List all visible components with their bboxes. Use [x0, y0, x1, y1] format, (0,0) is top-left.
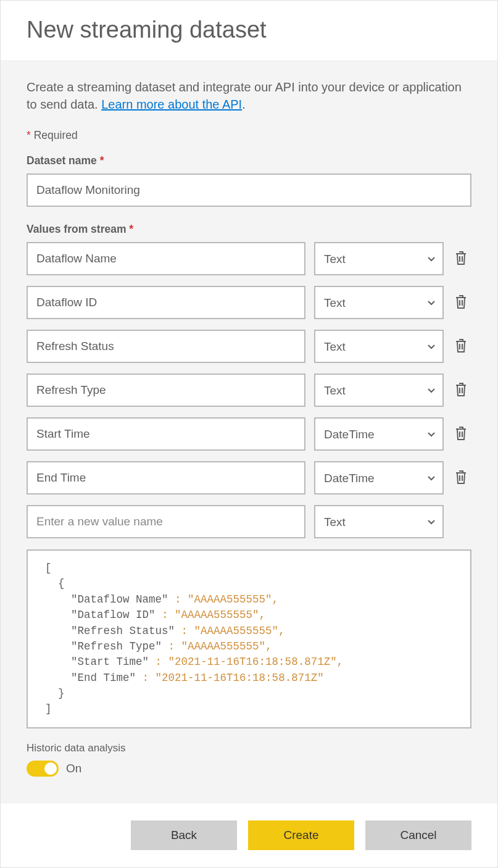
value-name-input[interactable]: [27, 330, 305, 363]
asterisk-icon: *: [100, 154, 104, 167]
value-row: Text: [27, 330, 471, 363]
value-row: DateTime: [27, 417, 471, 451]
dialog-footer: Back Create Cancel: [1, 803, 497, 867]
trash-icon: [454, 382, 468, 398]
back-button[interactable]: Back: [131, 820, 237, 850]
asterisk-icon: *: [27, 129, 31, 141]
required-label: Required: [34, 129, 78, 141]
value-type-select[interactable]: Text: [314, 330, 444, 363]
create-button[interactable]: Create: [248, 820, 354, 850]
value-type-select[interactable]: DateTime: [314, 461, 444, 495]
trash-icon: [454, 469, 468, 485]
delete-value-button[interactable]: [452, 468, 470, 486]
historic-toggle-state: On: [66, 762, 81, 775]
historic-data-section: Historic data analysis On: [27, 742, 471, 777]
json-preview: [ { "Dataflow Name" : "AAAAA555555", "Da…: [27, 549, 471, 728]
value-row: Text: [27, 373, 471, 407]
value-name-input[interactable]: [27, 461, 305, 495]
required-note: * Required: [27, 129, 471, 142]
delete-value-button[interactable]: [452, 293, 470, 311]
trash-icon: [454, 294, 468, 310]
delete-value-button[interactable]: [452, 336, 470, 355]
new-value-name-input[interactable]: [27, 505, 305, 538]
value-row: Text: [27, 286, 471, 319]
historic-data-label: Historic data analysis: [27, 742, 471, 754]
page-title: New streaming dataset: [27, 17, 471, 43]
value-name-input[interactable]: [27, 286, 305, 319]
value-row: Text: [27, 505, 471, 538]
delete-value-button[interactable]: [452, 380, 470, 399]
dataset-name-field: Dataset name *: [27, 154, 471, 207]
toggle-knob-icon: [44, 762, 57, 775]
historic-toggle[interactable]: [27, 761, 59, 777]
value-name-input[interactable]: [27, 417, 305, 451]
trash-icon: [454, 250, 468, 266]
asterisk-icon: *: [129, 223, 133, 235]
value-type-select[interactable]: Text: [314, 286, 444, 319]
value-name-input[interactable]: [27, 242, 305, 275]
value-type-select[interactable]: DateTime: [314, 417, 444, 451]
trash-icon: [454, 425, 468, 441]
value-type-select[interactable]: Text: [314, 373, 444, 407]
value-type-select[interactable]: Text: [314, 242, 444, 275]
learn-more-link[interactable]: Learn more about the API: [101, 98, 242, 111]
value-row: DateTime: [27, 461, 471, 495]
value-name-input[interactable]: [27, 373, 305, 407]
values-from-stream-label: Values from stream *: [27, 223, 471, 236]
delete-value-button[interactable]: [452, 424, 470, 443]
dataset-name-label: Dataset name *: [27, 154, 471, 167]
dialog-header: New streaming dataset: [1, 1, 497, 61]
dialog-body: Create a streaming dataset and integrate…: [1, 61, 497, 803]
cancel-button[interactable]: Cancel: [365, 820, 471, 850]
intro-text: Create a streaming dataset and integrate…: [27, 78, 471, 113]
intro-after: .: [242, 98, 246, 111]
value-type-select[interactable]: Text: [314, 505, 444, 538]
values-from-stream-section: Values from stream * TextTextTextTextDat…: [27, 223, 471, 538]
value-row: Text: [27, 242, 471, 275]
trash-icon: [454, 338, 468, 354]
dataset-name-input[interactable]: [27, 173, 471, 207]
delete-value-button[interactable]: [452, 249, 470, 267]
